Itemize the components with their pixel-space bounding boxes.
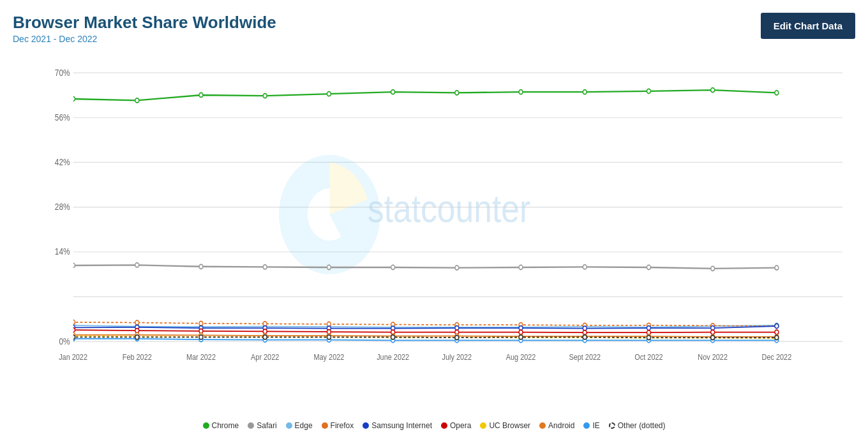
legend-dot-safari (248, 422, 254, 429)
series-line-opera (38, 330, 777, 332)
legend-dot-opera (441, 422, 447, 429)
series-dot-chrome-5 (327, 92, 331, 96)
series-dot-samsung-12 (775, 324, 779, 328)
x-label-jan: Jan 2022 (59, 352, 87, 362)
series-dot-safari-4 (263, 265, 267, 269)
legend-label-other: Other (dotted) (618, 421, 666, 430)
x-label-oct: Oct 2022 (634, 352, 663, 362)
series-dot-other-2 (135, 335, 139, 339)
edit-chart-button[interactable]: Edit Chart Data (761, 13, 855, 39)
legend-item-ie[interactable]: IE (583, 421, 599, 430)
x-label-sep: Sept 2022 (569, 352, 601, 362)
chart-svg: 70% 56% 42% 28% 14% 0% statcounter Jan 2… (38, 50, 849, 416)
legend-item-chrome[interactable]: Chrome (203, 421, 239, 430)
legend-item-samsung[interactable]: Samsung Internet (363, 421, 432, 430)
x-label-mar: Mar 2022 (186, 352, 216, 362)
x-label-may: May 2022 (313, 352, 344, 362)
legend-label-firefox: Firefox (331, 421, 354, 430)
series-dot-other-11 (711, 336, 715, 340)
legend: ChromeSafariEdgeFirefoxSamsung InternetO… (13, 416, 855, 433)
x-label-jul: July 2022 (442, 352, 472, 362)
series-dot-opera-11 (711, 330, 715, 334)
series-line-ie (38, 338, 777, 340)
watermark-text: statcounter (368, 187, 530, 230)
watermark (279, 155, 380, 274)
y-label-70: 70% (55, 68, 70, 78)
series-dot-chrome-3 (199, 93, 203, 97)
series-dot-firefox-3 (199, 321, 203, 325)
legend-item-other[interactable]: Other (dotted) (609, 421, 666, 430)
series-dot-opera-12 (775, 330, 779, 334)
series-dot-chrome-11 (711, 88, 715, 93)
x-label-apr: Apr 2022 (251, 352, 280, 362)
series-dot-other-5 (327, 335, 331, 339)
series-dot-safari-8 (519, 265, 523, 269)
legend-dot-ucbrowser (480, 422, 486, 429)
series-dot-other-6 (391, 335, 395, 339)
legend-dot-edge (286, 422, 292, 429)
chart-area: 70% 56% 42% 28% 14% 0% statcounter Jan 2… (38, 50, 849, 416)
series-dot-chrome-1 (71, 96, 75, 101)
legend-dot-firefox (322, 422, 328, 429)
series-dot-samsung-10 (647, 326, 650, 331)
chart-title: Browser Market Share Worldwide (13, 13, 276, 33)
legend-label-edge: Edge (295, 421, 313, 430)
series-dot-safari-2 (135, 263, 139, 267)
series-dot-safari-1 (71, 263, 75, 267)
series-dot-safari-3 (199, 264, 203, 269)
series-dot-other-1 (71, 335, 75, 339)
legend-item-opera[interactable]: Opera (441, 421, 471, 430)
x-label-jun: June 2022 (377, 352, 409, 362)
series-dot-chrome-10 (647, 89, 650, 93)
y-label-0: 0% (59, 336, 70, 346)
series-dot-other-10 (647, 336, 650, 340)
series-dot-safari-12 (775, 265, 779, 270)
legend-dot-chrome (203, 422, 209, 429)
series-dot-opera-1 (71, 328, 75, 332)
series-dot-chrome-4 (263, 94, 267, 98)
series-line-firefox (38, 322, 777, 326)
legend-label-chrome: Chrome (212, 421, 239, 430)
legend-dot-samsung (363, 422, 369, 429)
series-dot-safari-11 (711, 266, 715, 271)
chart-subtitle: Dec 2021 - Dec 2022 (13, 34, 276, 44)
legend-item-ucbrowser[interactable]: UC Browser (480, 421, 530, 430)
legend-label-android: Android (548, 421, 574, 430)
legend-label-ucbrowser: UC Browser (489, 421, 530, 430)
series-dot-safari-5 (327, 265, 331, 269)
legend-item-android[interactable]: Android (539, 421, 574, 430)
x-label-dec: Dec 2022 (762, 352, 792, 362)
y-label-28: 28% (55, 202, 70, 212)
series-dot-safari-9 (583, 265, 587, 269)
series-line-chrome (38, 90, 777, 100)
header: Browser Market Share Worldwide Dec 2021 … (13, 13, 855, 44)
series-dot-safari-10 (647, 265, 650, 269)
series-dot-firefox-2 (135, 320, 139, 325)
legend-item-firefox[interactable]: Firefox (322, 421, 354, 430)
series-line-safari (38, 265, 777, 268)
legend-label-safari: Safari (257, 421, 276, 430)
y-label-14: 14% (55, 246, 70, 257)
y-label-56: 56% (55, 112, 70, 123)
series-dot-other-8 (519, 335, 523, 339)
legend-dot-android (539, 422, 546, 429)
series-dot-safari-7 (455, 265, 459, 270)
series-dot-chrome-2 (135, 98, 139, 103)
legend-label-ie: IE (592, 421, 599, 430)
legend-item-safari[interactable]: Safari (248, 421, 276, 430)
y-label-42: 42% (55, 157, 70, 167)
legend-dot-ie (583, 422, 590, 429)
series-dot-firefox-1 (71, 320, 75, 324)
legend-label-samsung: Samsung Internet (371, 421, 432, 430)
series-dot-other-3 (199, 335, 203, 339)
x-label-aug: Aug 2022 (506, 352, 536, 362)
legend-dot-other (609, 422, 615, 429)
x-label-feb: Feb 2022 (123, 352, 152, 362)
main-container: Browser Market Share Worldwide Dec 2021 … (0, 0, 868, 439)
series-dot-other-9 (583, 335, 587, 339)
x-label-nov: Nov 2022 (698, 352, 728, 362)
legend-item-edge[interactable]: Edge (286, 421, 313, 430)
series-dot-chrome-9 (583, 90, 587, 94)
legend-label-opera: Opera (450, 421, 471, 430)
series-dot-other-4 (263, 335, 267, 339)
